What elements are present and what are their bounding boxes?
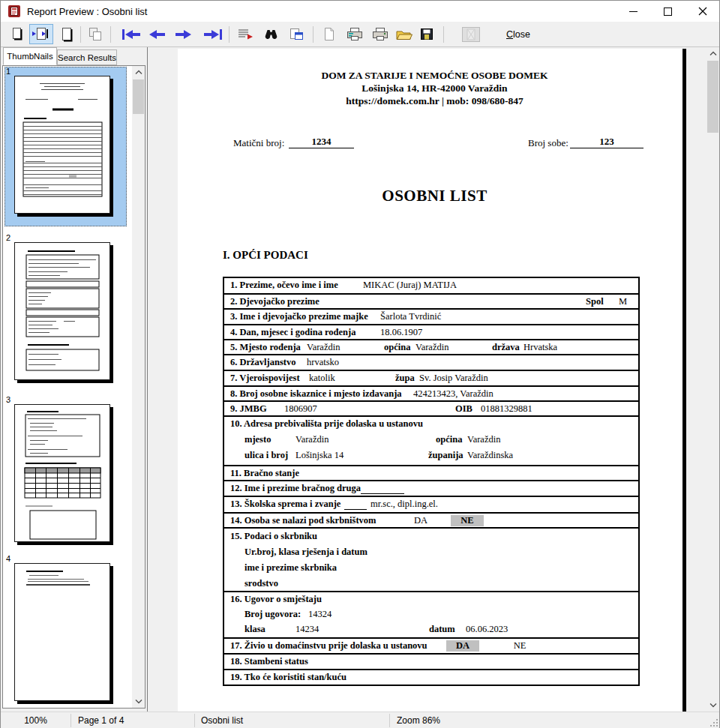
ulica-label: ulica i broj	[244, 450, 288, 461]
open-folder-icon	[396, 28, 412, 40]
table-row: 2. Djevojačko prezime Spol M	[224, 293, 638, 308]
datum-value: 06.06.2023	[466, 624, 508, 635]
resize-grip[interactable]	[709, 718, 718, 727]
toolbar-print[interactable]	[370, 24, 391, 44]
klasa-label: klasa	[244, 624, 266, 635]
row-label: 1. Prezime, očevo ime i ime	[230, 280, 338, 291]
opcina-value: Varaždin	[416, 342, 448, 353]
chevron-up-icon	[710, 51, 717, 56]
thumbnail-item-4[interactable]: 4	[4, 554, 127, 709]
datum-label: datum	[429, 624, 455, 635]
status-text: Zoom 86%	[397, 715, 440, 726]
status-report-name: Osobni list	[201, 712, 243, 728]
thumbnail-item-3[interactable]: 3	[4, 395, 127, 555]
toolbar-copy-page[interactable]	[286, 24, 307, 44]
toolbar-search[interactable]	[260, 24, 281, 44]
maximize-button[interactable]	[651, 1, 685, 22]
status-text: Page 1 of 4	[78, 715, 124, 726]
toolbar-new-page[interactable]	[319, 24, 340, 44]
status-text: 100%	[24, 715, 47, 726]
table-row: 15. Podaci o skrbniku Ur.broj, klasa rje…	[224, 527, 638, 591]
toolbar: Close	[1, 22, 719, 47]
doc-header-line3: https://domek.com.hr | mob: 098/680-847	[187, 95, 682, 107]
document-page[interactable]: DOM ZA STARIJE I NEMOĆNE OSOBE DOMEK Loš…	[178, 49, 686, 712]
row-subline: ime i prezime skrbnika	[244, 562, 337, 574]
toolbar-last-page[interactable]	[200, 24, 226, 44]
minimize-button[interactable]	[616, 1, 650, 22]
status-divider	[70, 714, 71, 727]
toolbar-fit-page[interactable]	[29, 24, 53, 44]
toolbar-first-page[interactable]	[118, 24, 143, 44]
chevron-down-icon	[135, 699, 142, 704]
tab-search-results[interactable]: Search Results	[57, 49, 117, 65]
zupanija-value: Varaždinska	[467, 450, 513, 461]
spol-value: M	[619, 296, 627, 307]
row-value: 424213423, Varaždin	[413, 388, 494, 400]
chevron-down-icon	[710, 703, 717, 708]
scroll-thumb[interactable]	[707, 61, 718, 133]
fit-page-icon	[32, 27, 51, 41]
status-divider	[194, 714, 195, 727]
tab-thumbnails[interactable]: ThumbNails	[3, 47, 57, 65]
close-button[interactable]: Close	[492, 24, 544, 44]
zupanija-label: županija	[428, 450, 464, 461]
table-row: 3. Ime i djevojačko prezime majke Šarlot…	[224, 308, 638, 324]
row-value: Varaždin	[307, 342, 340, 353]
toolbar-separator	[80, 26, 81, 43]
row-label: 10. Adresa prebivališta prije dolaska u …	[230, 418, 423, 430]
toolbar-goto-page[interactable]	[233, 24, 257, 44]
search-binoculars-icon	[264, 28, 278, 40]
thumbnail-scrollbar	[132, 66, 145, 708]
scroll-up-button[interactable]	[132, 66, 145, 79]
table-row: 14. Osoba se nalazi pod skrbništvom DA N…	[224, 512, 638, 527]
table-row: 6. Državljanstvo hrvatsko	[224, 354, 638, 370]
spol-label: Spol	[586, 296, 604, 307]
row-label: 14. Osoba se nalazi pod skrbništvom	[230, 515, 376, 526]
toolbar-next-page[interactable]	[173, 24, 194, 44]
toolbar-whole-page[interactable]	[56, 24, 77, 44]
toolbar-page-width[interactable]	[7, 24, 28, 44]
table-row: 10. Adresa prebivališta prije dolaska u …	[224, 415, 638, 465]
toolbar-open[interactable]	[394, 24, 415, 44]
scroll-thumb[interactable]	[133, 79, 144, 114]
section-title: I. OPĆI PODACI	[223, 249, 308, 262]
drzava-value: Hrvatska	[524, 342, 557, 353]
thumbnail-page-preview	[14, 563, 110, 701]
status-divider	[389, 714, 390, 727]
row-label: 12. Ime i prezime bračnog druga	[230, 483, 361, 494]
table-row: 16. Ugovor o smještaju Broj ugovora: 143…	[224, 591, 638, 637]
close-window-button[interactable]	[686, 1, 719, 22]
toolbar-multi-page[interactable]	[85, 24, 106, 44]
prev-page-icon	[148, 29, 166, 40]
preview-scrollbar	[706, 47, 719, 712]
row-value: katolik	[309, 373, 335, 384]
scroll-down-button[interactable]	[132, 695, 145, 708]
page-width-icon	[11, 27, 23, 41]
close-icon	[698, 7, 707, 16]
scroll-down-button[interactable]	[706, 699, 719, 712]
maximize-icon	[664, 7, 672, 16]
report-preview-window: Report Preview : Osobni list Close Thumb…	[0, 0, 720, 728]
goto-page-icon	[238, 28, 253, 40]
row-label: 3. Ime i djevojačko prezime majke	[230, 311, 368, 322]
row-value: mr.sc., dipl.ing.el.	[370, 499, 438, 510]
multi-page-icon	[88, 27, 103, 42]
row-label: 5. Mjesto rođenja	[230, 342, 301, 353]
row17-option-da: DA	[446, 640, 479, 652]
toolbar-prev-page[interactable]	[146, 24, 167, 44]
thumbnail-page-number: 2	[6, 233, 10, 242]
row-label: 4. Dan, mjesec i godina rođenja	[230, 327, 356, 338]
toolbar-export[interactable]	[458, 24, 484, 44]
thumbnail-item-2[interactable]: 2	[4, 233, 127, 393]
thumbnail-item-1[interactable]: 1	[4, 67, 127, 226]
toolbar-print-setup[interactable]	[344, 24, 365, 44]
toolbar-save[interactable]	[416, 24, 437, 44]
table-row: 13. Školska sprema i zvanje mr.sc., dipl…	[224, 496, 638, 512]
copy-page-icon	[290, 28, 304, 40]
tab-label: Search Results	[58, 53, 116, 62]
doc-header-line1: DOM ZA STARIJE I NEMOĆNE OSOBE DOMEK	[187, 70, 682, 82]
drzava-label: država	[492, 342, 520, 353]
row-label: 8. Broj osobne iskaznice i mjesto izdava…	[230, 388, 402, 400]
scroll-up-button[interactable]	[706, 47, 719, 60]
page1-mini	[15, 76, 110, 213]
